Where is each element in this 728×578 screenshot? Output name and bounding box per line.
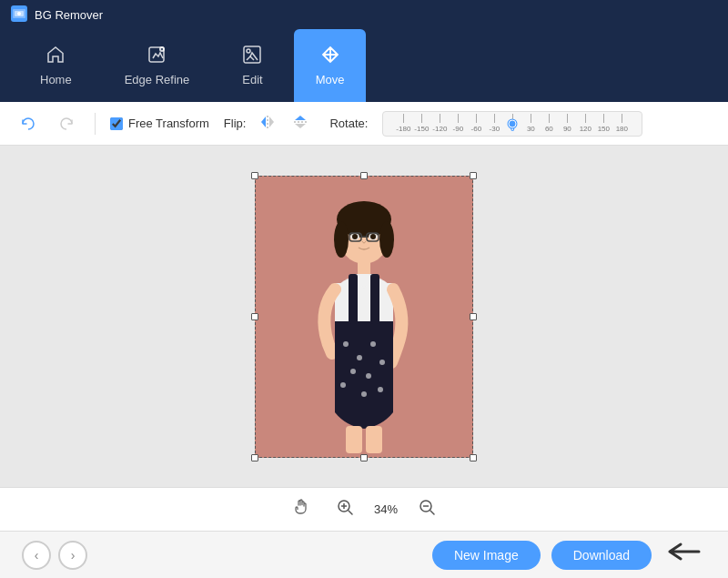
svg-rect-35 (366, 426, 382, 453)
svg-rect-23 (349, 274, 358, 324)
redo-button[interactable] (53, 112, 80, 136)
nav-item-edit[interactable]: Edit (220, 29, 284, 102)
free-transform-label: Free Transform (128, 117, 209, 130)
zoom-value: 34% (374, 502, 398, 516)
new-image-button[interactable]: New Image (432, 541, 541, 570)
svg-line-39 (349, 511, 352, 514)
svg-rect-6 (244, 46, 260, 63)
nav-arrows: ‹ › (22, 541, 87, 570)
nav-item-home[interactable]: Home (18, 29, 94, 102)
handle-bottom-right[interactable] (470, 454, 477, 461)
nav-bar: Home Edge Refine Edit (0, 29, 728, 102)
svg-rect-34 (346, 426, 362, 453)
hand-tool-button[interactable] (287, 494, 316, 524)
free-transform-checkbox[interactable] (110, 117, 123, 130)
handle-bottom-left[interactable] (251, 454, 258, 461)
nav-label-home: Home (40, 73, 72, 86)
action-buttons: New Image Download (432, 539, 706, 571)
next-icon: › (71, 548, 76, 563)
handle-top-center[interactable] (360, 172, 368, 179)
nav-label-edge-refine: Edge Refine (125, 73, 190, 86)
svg-point-29 (366, 373, 371, 379)
arrow-indicator (662, 539, 706, 571)
nav-item-edge-refine[interactable]: Edge Refine (103, 29, 212, 102)
nav-label-move: Move (316, 73, 345, 86)
app-title: BG Remover (35, 8, 103, 22)
divider-1 (95, 113, 96, 135)
rotate-cursor (509, 119, 517, 127)
rotate-label: Rotate: (329, 117, 368, 130)
svg-point-15 (352, 234, 358, 239)
svg-point-26 (357, 355, 362, 360)
prev-button[interactable]: ‹ (22, 541, 51, 570)
canvas-area[interactable] (0, 146, 728, 487)
image-container[interactable] (255, 176, 473, 458)
zoom-out-button[interactable] (412, 494, 441, 524)
svg-point-25 (343, 341, 349, 347)
edge-refine-icon (147, 45, 167, 67)
title-bar: BG Remover (0, 0, 728, 29)
svg-rect-24 (370, 274, 379, 324)
nav-item-move[interactable]: Move (294, 29, 367, 102)
rotate-ruler[interactable]: -180-150-120-90-60-300306090120150180 (382, 111, 642, 137)
flip-vertical-button[interactable] (289, 113, 311, 135)
next-button[interactable]: › (58, 541, 87, 570)
toolbar: Free Transform Flip: Rotate: -180-150-12… (0, 102, 728, 146)
svg-point-12 (379, 221, 394, 258)
svg-point-7 (247, 49, 250, 53)
svg-point-3 (17, 12, 21, 15)
handle-top-left[interactable] (251, 172, 258, 179)
svg-line-42 (430, 511, 434, 514)
svg-point-31 (340, 382, 346, 388)
prev-icon: ‹ (35, 548, 39, 563)
free-transform-toggle[interactable]: Free Transform (110, 117, 209, 130)
app-logo-icon (11, 5, 27, 25)
svg-point-28 (350, 369, 356, 374)
undo-button[interactable] (15, 112, 42, 136)
handle-middle-left[interactable] (251, 313, 258, 320)
download-button[interactable]: Download (551, 541, 652, 570)
svg-point-27 (370, 341, 376, 347)
edit-icon (242, 45, 262, 67)
flip-horizontal-button[interactable] (257, 113, 278, 135)
svg-point-16 (370, 234, 376, 239)
nav-label-edit: Edit (242, 73, 262, 86)
handle-middle-right[interactable] (470, 313, 477, 320)
svg-point-32 (361, 391, 367, 397)
handle-top-right[interactable] (470, 172, 477, 179)
zoom-bar: 34% (0, 487, 728, 531)
home-icon (46, 45, 66, 67)
svg-point-11 (334, 221, 349, 258)
move-icon (320, 45, 340, 67)
svg-point-33 (378, 387, 383, 392)
zoom-in-button[interactable] (330, 494, 359, 524)
handle-bottom-center[interactable] (360, 454, 368, 461)
footer: ‹ › New Image Download (0, 531, 728, 578)
image-preview (255, 176, 473, 458)
svg-point-30 (379, 360, 385, 365)
flip-label: Flip: (224, 117, 247, 130)
